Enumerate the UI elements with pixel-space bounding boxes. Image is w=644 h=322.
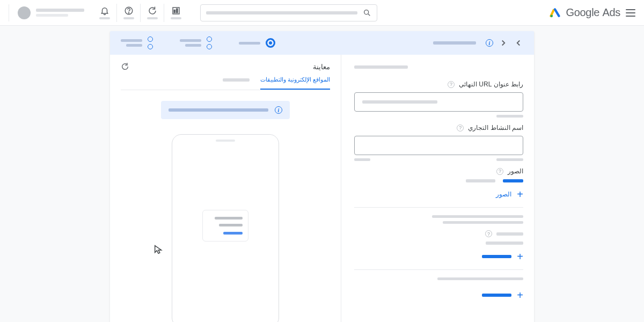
cursor-icon [153, 244, 165, 255]
field-final-url: رابط عنوان URL النهائي? [354, 80, 523, 118]
field-label: الصور [508, 167, 523, 175]
help-icon[interactable]: ? [448, 81, 455, 88]
account-chip[interactable] [9, 4, 84, 21]
top-bar: Google Ads [0, 0, 644, 26]
info-icon[interactable]: i [486, 39, 493, 47]
tab-secondary[interactable] [223, 76, 250, 90]
svg-rect-4 [174, 10, 175, 13]
field-generic-1: ? + [354, 230, 523, 280]
phone-preview-frame [172, 134, 279, 322]
ad-preview-card [202, 210, 248, 241]
google-ads-logo-icon [550, 8, 560, 18]
plus-icon: + [517, 251, 523, 262]
search-placeholder [206, 11, 357, 14]
svg-rect-5 [176, 9, 177, 13]
main-panel: i رابط عنوان URL النهائي? اسم النشاط ا [110, 31, 534, 322]
field-generic-2: + [354, 287, 523, 304]
add-item-button[interactable]: + [354, 287, 523, 304]
help-icon[interactable]: ? [457, 125, 464, 131]
svg-point-1 [364, 10, 369, 14]
business-name-input[interactable] [354, 136, 523, 155]
info-icon: i [275, 106, 282, 114]
tab-websites-apps[interactable]: المواقع الإلكترونية والتطبيقات [260, 76, 330, 90]
field-images: الصور? +الصور [354, 167, 523, 224]
preview-column: معاينة المواقع الإلكترونية والتطبيقات i [110, 55, 341, 322]
add-item-button[interactable]: + [354, 248, 523, 265]
preview-info-banner: i [161, 101, 290, 119]
stepper-step[interactable] [180, 36, 212, 49]
help-icon[interactable]: ? [485, 230, 492, 237]
search-input[interactable] [200, 4, 377, 21]
help-button[interactable] [116, 4, 140, 22]
stepper-step[interactable] [121, 36, 153, 49]
stepper-bar: i [110, 31, 534, 55]
form-column: رابط عنوان URL النهائي? اسم النشاط التجا… [341, 55, 534, 322]
stepper-step-current[interactable] [239, 38, 275, 48]
svg-point-7 [128, 13, 129, 13]
svg-point-0 [551, 14, 553, 17]
avatar-icon [18, 6, 31, 19]
preview-title: معاينة [313, 63, 330, 71]
preview-tabs: المواقع الإلكترونية والتطبيقات [121, 76, 330, 90]
svg-line-2 [368, 14, 370, 16]
refresh-button[interactable] [140, 4, 164, 22]
hamburger-menu-icon[interactable] [626, 9, 635, 17]
toolbar-icons [93, 4, 187, 22]
help-icon[interactable]: ? [496, 168, 503, 175]
notifications-button[interactable] [93, 4, 116, 22]
field-label: اسم النشاط التجاري [468, 124, 523, 131]
field-business-name: اسم النشاط التجاري? [354, 124, 523, 161]
final-url-input[interactable] [354, 92, 523, 112]
refresh-preview-icon[interactable] [121, 62, 129, 71]
search-icon [363, 9, 371, 17]
brand-text: Google Ads [566, 6, 620, 19]
chevron-left-icon[interactable] [514, 38, 523, 48]
chevron-right-icon[interactable] [499, 38, 508, 48]
field-label: رابط عنوان URL النهائي [459, 80, 523, 88]
reports-button[interactable] [164, 4, 187, 22]
add-images-button[interactable]: +الصور [354, 186, 523, 203]
plus-icon: + [517, 189, 523, 200]
logo-area: Google Ads [550, 6, 635, 19]
plus-icon: + [517, 290, 523, 301]
